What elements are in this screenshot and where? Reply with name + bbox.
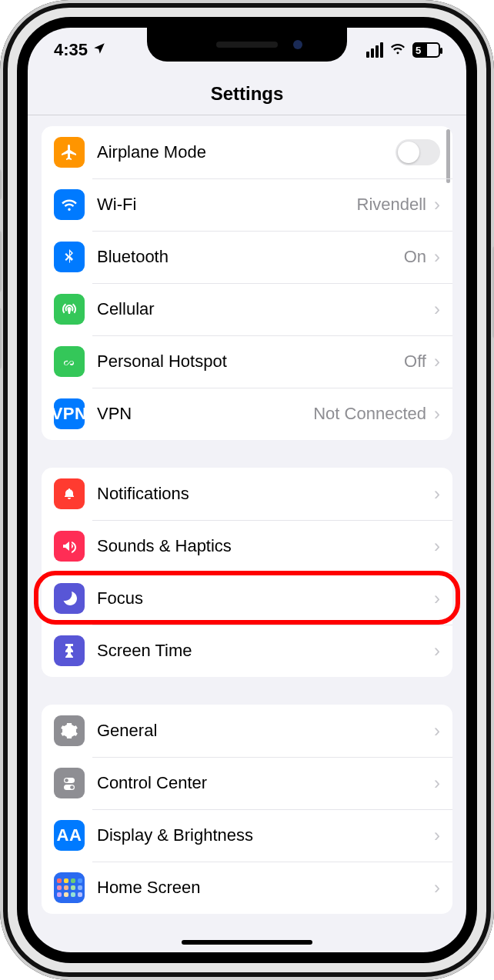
row-focus[interactable]: Focus › bbox=[42, 572, 452, 625]
row-cellular[interactable]: Cellular › bbox=[42, 283, 452, 335]
chevron-right-icon: › bbox=[434, 825, 440, 846]
chevron-right-icon: › bbox=[434, 403, 440, 425]
battery-icon: 52 bbox=[412, 42, 440, 58]
vpn-icon-label: VPN bbox=[52, 404, 88, 424]
chevron-right-icon: › bbox=[434, 877, 440, 898]
chevron-right-icon: › bbox=[434, 483, 440, 505]
notch bbox=[147, 28, 347, 62]
row-wifi[interactable]: Wi-Fi Rivendell › bbox=[42, 178, 452, 231]
row-label: Notifications bbox=[97, 484, 434, 504]
row-label: VPN bbox=[97, 404, 313, 424]
focus-icon bbox=[54, 583, 85, 614]
bluetooth-icon bbox=[54, 242, 85, 272]
row-home-screen[interactable]: Home Screen › bbox=[42, 862, 452, 914]
vpn-icon: VPN bbox=[54, 398, 85, 429]
chevron-right-icon: › bbox=[434, 640, 440, 662]
control-center-icon bbox=[54, 768, 85, 798]
row-bluetooth[interactable]: Bluetooth On › bbox=[42, 231, 452, 283]
row-label: Sounds & Haptics bbox=[97, 536, 434, 556]
row-label: Control Center bbox=[97, 773, 434, 793]
row-notifications[interactable]: Notifications › bbox=[42, 468, 452, 520]
chevron-right-icon: › bbox=[434, 351, 440, 372]
row-vpn[interactable]: VPN VPN Not Connected › bbox=[42, 388, 452, 440]
svg-point-4 bbox=[70, 785, 74, 789]
chevron-right-icon: › bbox=[434, 194, 440, 215]
status-time: 4:35 bbox=[54, 40, 88, 60]
row-label: Personal Hotspot bbox=[97, 352, 404, 372]
row-detail: On bbox=[404, 247, 426, 267]
general-icon bbox=[54, 715, 85, 746]
row-detail: Not Connected bbox=[313, 404, 426, 424]
cellular-icon bbox=[54, 294, 85, 325]
sounds-icon bbox=[54, 531, 85, 562]
wifi-settings-icon bbox=[54, 189, 85, 220]
chevron-right-icon: › bbox=[434, 298, 440, 320]
phone-bezel: 4:35 52 bbox=[17, 17, 477, 963]
row-sounds-haptics[interactable]: Sounds & Haptics › bbox=[42, 520, 452, 572]
wifi-icon bbox=[389, 40, 406, 61]
row-detail: Rivendell bbox=[357, 195, 427, 215]
row-label: Focus bbox=[97, 588, 434, 608]
notifications-icon bbox=[54, 478, 85, 509]
row-label: Display & Brightness bbox=[97, 825, 434, 845]
airplane-toggle[interactable] bbox=[396, 139, 440, 165]
settings-group-attention: Notifications › Sounds & Haptics › bbox=[42, 468, 452, 677]
screen: 4:35 52 bbox=[28, 28, 466, 952]
row-display-brightness[interactable]: AA Display & Brightness › bbox=[42, 809, 452, 862]
row-label: Cellular bbox=[97, 299, 434, 319]
display-icon: AA bbox=[54, 820, 85, 851]
row-label: Screen Time bbox=[97, 641, 434, 661]
page-title: Settings bbox=[211, 83, 284, 105]
phone-frame: 4:35 52 bbox=[0, 0, 494, 980]
silent-switch bbox=[0, 169, 2, 200]
row-label: Bluetooth bbox=[97, 247, 404, 267]
row-control-center[interactable]: Control Center › bbox=[42, 757, 452, 809]
location-icon bbox=[92, 42, 106, 59]
row-label: Wi-Fi bbox=[97, 195, 357, 215]
row-general[interactable]: General › bbox=[42, 705, 452, 757]
row-label: Airplane Mode bbox=[97, 142, 396, 162]
row-screen-time[interactable]: Screen Time › bbox=[42, 625, 452, 677]
chevron-right-icon: › bbox=[434, 246, 440, 268]
svg-point-2 bbox=[65, 778, 68, 782]
chevron-right-icon: › bbox=[434, 535, 440, 557]
chevron-right-icon: › bbox=[434, 588, 440, 609]
row-label: General bbox=[97, 721, 434, 741]
front-camera bbox=[293, 40, 302, 49]
volume-down-button bbox=[0, 308, 2, 369]
row-label: Home Screen bbox=[97, 878, 434, 898]
settings-list[interactable]: Airplane Mode Wi-Fi Rivendell › bbox=[28, 115, 466, 952]
hotspot-icon bbox=[54, 346, 85, 377]
chevron-right-icon: › bbox=[434, 772, 440, 794]
row-detail: Off bbox=[404, 352, 426, 372]
cell-signal-icon bbox=[366, 42, 383, 58]
home-indicator[interactable] bbox=[182, 940, 312, 945]
settings-group-system: General › Control Center › AA bbox=[42, 705, 452, 914]
row-airplane-mode[interactable]: Airplane Mode bbox=[42, 126, 452, 178]
display-icon-label: AA bbox=[57, 825, 82, 845]
row-personal-hotspot[interactable]: Personal Hotspot Off › bbox=[42, 335, 452, 388]
home-screen-icon bbox=[54, 872, 85, 903]
settings-group-connectivity: Airplane Mode Wi-Fi Rivendell › bbox=[42, 126, 452, 440]
volume-up-button bbox=[0, 231, 2, 292]
chevron-right-icon: › bbox=[434, 720, 440, 742]
nav-bar: Settings bbox=[28, 72, 466, 115]
speaker-grille bbox=[216, 42, 278, 48]
airplane-icon bbox=[54, 137, 85, 168]
screen-time-icon bbox=[54, 635, 85, 666]
